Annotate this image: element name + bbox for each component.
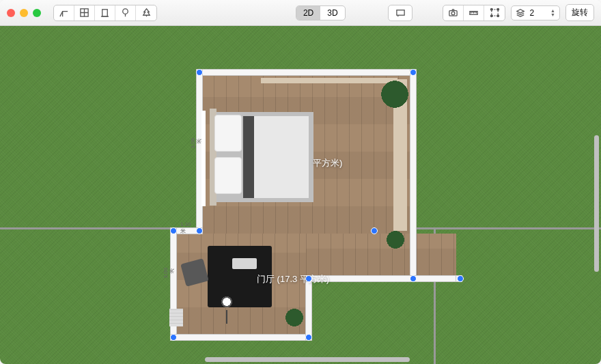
note-tool-button[interactable] [389,5,412,20]
maximize-icon[interactable] [33,9,41,17]
svg-point-11 [497,15,499,17]
wall[interactable] [306,276,462,281]
tree-deciduous-icon[interactable] [115,5,136,20]
window[interactable] [201,111,206,206]
svg-rect-1 [102,10,108,16]
window-controls [7,9,41,17]
horizontal-scrollbar[interactable] [205,357,410,362]
layer-value: 2 [529,8,534,18]
control-point[interactable] [196,227,203,234]
floor-lamp[interactable] [217,292,236,311]
monitor[interactable] [232,258,257,269]
plant-icon[interactable] [381,81,408,108]
control-point[interactable] [457,275,464,282]
hallway-floor[interactable] [306,234,456,276]
view-mode-toggle: 2D 3D [296,5,346,20]
bed-throw[interactable] [243,116,254,198]
curtain-rail[interactable] [261,78,397,83]
camera-icon[interactable] [443,5,464,20]
plant-icon[interactable] [285,309,303,326]
book-stack[interactable] [169,309,183,326]
plant-icon[interactable] [387,231,404,249]
svg-point-2 [123,9,128,14]
svg-point-5 [452,12,456,15]
pillow[interactable] [214,115,242,152]
layer-stepper[interactable]: 2 ▲▼ [511,5,560,20]
control-point[interactable] [410,69,417,76]
view-2d-button[interactable]: 2D [296,6,320,20]
room-tool-button[interactable] [74,5,95,20]
wall[interactable] [201,70,410,75]
close-icon[interactable] [7,9,15,17]
draw-tools-group [53,5,157,21]
titlebar: 2D 3D 2 ▲▼ 旋转 [0,0,601,26]
stepper-arrows[interactable]: ▲▼ [550,9,555,17]
wall[interactable] [306,276,311,340]
view-3d-button[interactable]: 3D [320,6,344,20]
view-tools-group [443,5,505,21]
door-tool-button[interactable] [95,5,115,20]
layers-icon [516,8,525,18]
tree-conifer-icon[interactable] [136,5,156,20]
wall[interactable] [171,335,311,340]
dimension-label: 3.08 米 [190,138,204,149]
svg-point-9 [497,8,499,10]
pillow[interactable] [214,157,242,194]
svg-point-8 [490,8,492,10]
control-point[interactable] [196,69,203,76]
vertical-scrollbar[interactable] [594,135,599,272]
control-point[interactable] [305,334,312,341]
minimize-icon[interactable] [20,9,28,17]
control-point[interactable] [371,227,378,234]
floorplan-canvas[interactable]: 平方米) 门厅 (17.3 平方米) 3.08 米 3.00 米 1.10 米 [0,26,601,364]
dimension-label: 3.00 米 [163,268,176,279]
svg-rect-3 [397,10,404,16]
rotate-button[interactable]: 旋转 [565,4,594,21]
control-point[interactable] [170,334,177,341]
control-point[interactable] [170,227,177,234]
svg-point-10 [490,15,492,17]
wall-tool-button[interactable] [54,5,74,20]
wall[interactable] [410,70,416,281]
control-point[interactable] [410,275,417,282]
hallway-label: 门厅 (17.3 平方米) [257,273,329,285]
ruler-icon[interactable] [464,5,484,20]
mattress[interactable] [251,116,309,198]
app-window: 2D 3D 2 ▲▼ 旋转 [0,0,601,364]
bounding-box-icon[interactable] [484,5,505,20]
control-point[interactable] [305,275,312,282]
dimension-label: 1.10 米 [180,221,191,235]
bedroom-label: 平方米) [313,157,342,169]
annotation-tool-group [388,5,413,21]
